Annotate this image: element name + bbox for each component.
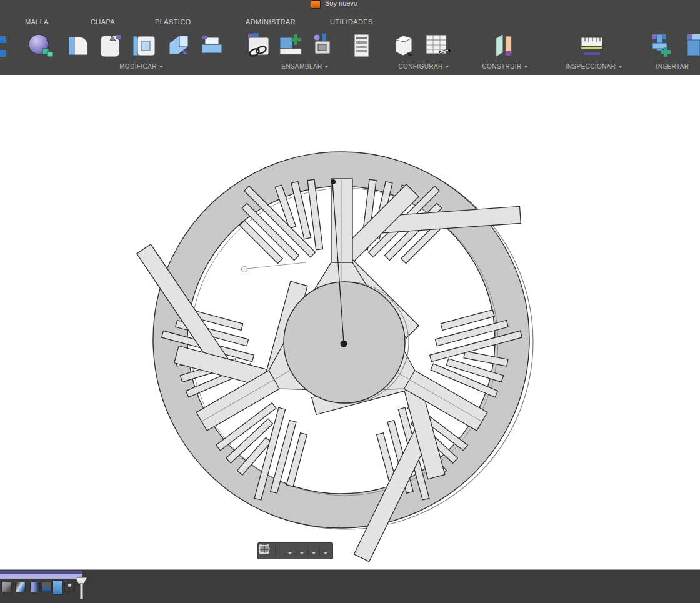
toolbar-icons: [0, 32, 700, 60]
feature-extrude-icon[interactable]: [15, 582, 26, 592]
new-user-badge[interactable]: Soy nuevo: [325, 0, 358, 8]
feature-joint-icon[interactable]: [64, 582, 75, 592]
chevron-down-icon: [325, 66, 329, 68]
as-built-joint-icon[interactable]: [310, 32, 336, 59]
timeline-playhead[interactable]: [76, 577, 87, 600]
insert-partial-icon[interactable]: [685, 32, 700, 59]
divider: [296, 546, 296, 556]
fillet-icon[interactable]: [64, 32, 92, 59]
group-ensamblar[interactable]: ENSAMBLAR: [281, 62, 328, 72]
sketch-line-horizontal[interactable]: [242, 262, 307, 272]
timeline-bar: [0, 569, 700, 603]
hole-icon[interactable]: [129, 32, 159, 59]
tab-plastico[interactable]: PLÁSTICO: [155, 16, 191, 27]
divider: [308, 546, 308, 556]
sketch-point-top[interactable]: [331, 179, 336, 184]
view-navigation-bar: [258, 542, 333, 559]
toolbar-groups: MODIFICAR ENSAMBLAR CONFIGURAR CONSTRUIR…: [0, 62, 700, 72]
chevron-down-icon: [446, 66, 449, 68]
measure-ruler-icon[interactable]: [578, 32, 606, 59]
feature-body-icon[interactable]: [41, 582, 52, 592]
sketch-point-left[interactable]: [242, 267, 248, 272]
fit-icon[interactable]: [286, 543, 294, 559]
wheel-model[interactable]: [0, 75, 700, 569]
divider: [319, 546, 320, 556]
fusion-logo-icon[interactable]: [311, 0, 321, 9]
zoom-icon[interactable]: [282, 543, 286, 559]
tab-administrar[interactable]: ADMINISTRAR: [246, 16, 296, 27]
divider: [275, 546, 276, 556]
joint-icon[interactable]: [243, 32, 274, 59]
shell-icon[interactable]: [95, 32, 124, 59]
titlebar-row: Soy nuevo: [0, 0, 700, 11]
draft-icon[interactable]: [163, 32, 193, 59]
feature-sketch2-icon[interactable]: [30, 582, 41, 592]
viewports-icon[interactable]: [322, 543, 329, 559]
viewport-canvas[interactable]: [0, 75, 700, 569]
appearance-sphere-icon[interactable]: [24, 32, 56, 59]
tab-chapa[interactable]: CHAPA: [91, 16, 115, 27]
construction-plane-icon[interactable]: [490, 32, 520, 59]
display-settings-icon[interactable]: [298, 543, 306, 559]
sketch-point-center[interactable]: [341, 341, 348, 347]
group-inspeccionar[interactable]: INSPECCIONAR: [566, 62, 622, 72]
grid-snaps-icon[interactable]: [310, 543, 318, 559]
parameters-table-icon[interactable]: [422, 32, 452, 59]
scale-icon[interactable]: [198, 32, 226, 59]
chevron-down-icon: [159, 66, 163, 68]
feature-plane-icon[interactable]: [52, 580, 63, 595]
group-modificar[interactable]: MODIFICAR: [119, 62, 163, 72]
motion-study-icon[interactable]: [348, 32, 375, 59]
chevron-down-icon: [300, 552, 304, 554]
partial-edge-icon[interactable]: [0, 32, 6, 59]
group-construir[interactable]: CONSTRUIR: [482, 62, 528, 72]
group-insertar[interactable]: INSERTAR: [656, 62, 689, 72]
chevron-down-icon: [618, 66, 622, 68]
tab-malla[interactable]: MALLA: [25, 16, 49, 27]
configure-cube-icon[interactable]: [389, 32, 418, 59]
chevron-down-icon: [524, 66, 528, 68]
chevron-down-icon: [312, 552, 316, 554]
chevron-down-icon: [324, 552, 328, 554]
pan-icon[interactable]: [278, 543, 281, 559]
tab-utilidades[interactable]: UTILIDADES: [330, 16, 373, 27]
fusion-window: Soy nuevo MALLA CHAPA PLÁSTICO ADMINISTR…: [0, 0, 700, 603]
chevron-down-icon: [288, 552, 292, 554]
insert-derive-icon[interactable]: [648, 32, 678, 59]
new-component-icon[interactable]: [276, 32, 305, 59]
timeline-ruler[interactable]: [0, 571, 82, 579]
toolbar: Soy nuevo MALLA CHAPA PLÁSTICO ADMINISTR…: [0, 0, 700, 75]
feature-sketch-icon[interactable]: [1, 582, 12, 592]
group-configurar[interactable]: CONFIGURAR: [398, 62, 449, 72]
toolbar-tabs: MALLA CHAPA PLÁSTICO ADMINISTRAR UTILIDA…: [0, 16, 700, 27]
